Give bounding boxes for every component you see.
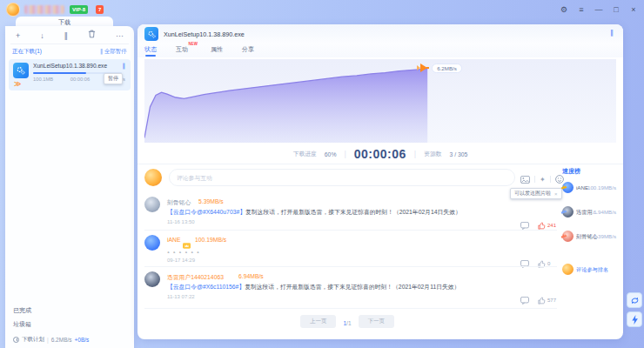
commenter-avatar bbox=[144, 197, 160, 212]
reply-icon[interactable] bbox=[520, 256, 529, 271]
comment-text: 【云盘口令@#X6440u703#】复制这段话，打开最新版迅雷，接下来见证惊喜的… bbox=[167, 208, 524, 217]
close-button[interactable]: × bbox=[627, 5, 641, 14]
main-panel: XunLeiSetup10.1.38.890.exe ∥ 状态 互动NEW 属性… bbox=[138, 24, 623, 339]
divider bbox=[138, 164, 623, 164]
vip-badge: VIP·8 bbox=[70, 5, 88, 14]
username-censored bbox=[24, 5, 64, 14]
next-page-button[interactable]: 下一页 bbox=[359, 315, 395, 328]
current-speed-marker: 6.2MB/s bbox=[417, 64, 462, 73]
image-feature-tooltip: 可以发送图片啦 × bbox=[510, 188, 562, 199]
maximize-button[interactable]: □ bbox=[609, 5, 623, 14]
leaderboard-title: 速度榜 bbox=[562, 167, 616, 176]
pause-tooltip: 暂停 bbox=[104, 73, 123, 84]
commenter-speed: 6.94MB/s bbox=[238, 273, 264, 279]
leaderboard-entry: iANE 100.19MB/s bbox=[562, 181, 616, 195]
tab-interact[interactable]: 互动NEW bbox=[176, 45, 188, 54]
rank2-speed: 6.94MB/s bbox=[594, 209, 616, 215]
sticker-icon[interactable]: ✦ bbox=[540, 176, 546, 184]
delete-button[interactable] bbox=[88, 30, 96, 42]
download-item[interactable]: XunLeiSetup10.1.38.890.exe ∥ 100.1MB 00:… bbox=[9, 59, 131, 90]
total-pages: /1 bbox=[346, 320, 351, 326]
prev-page-button[interactable]: 上一页 bbox=[300, 315, 337, 328]
speedup-icon: ≫ bbox=[14, 80, 21, 88]
comment-text: 。。。。。。 bbox=[167, 246, 524, 255]
sidebar-item-trash[interactable]: 垃圾箱 bbox=[5, 318, 134, 331]
comment-date: 11-16 13:50 bbox=[167, 219, 195, 224]
resources-label: 资源数 bbox=[424, 150, 441, 158]
rocket-icon bbox=[417, 64, 429, 72]
commenter-speed: 5.39MB/s bbox=[198, 198, 224, 204]
detail-tabs: 状态 互动NEW 属性 分享 bbox=[138, 44, 623, 57]
comment-date: 09-17 14:29 bbox=[167, 258, 195, 263]
my-avatar bbox=[144, 169, 162, 186]
commenter-name: iANE bbox=[167, 237, 181, 243]
task-pause-button[interactable]: ∥ bbox=[610, 29, 614, 37]
speed-leaderboard: 速度榜 iANE 100.19MB/s 迅雷用户… 6.94MB/s 刻骨铭心 … bbox=[562, 167, 616, 176]
exe-file-icon bbox=[13, 63, 29, 78]
progress-label: 下载进度 bbox=[293, 150, 317, 158]
comment-input[interactable] bbox=[169, 169, 515, 186]
leaderboard-entry: 刻骨铭心 5.39MB/s bbox=[562, 230, 616, 244]
commenter-name: 迅雷用户1440214063 bbox=[167, 273, 224, 282]
task-filename: XunLeiSetup10.1.38.890.exe bbox=[164, 30, 245, 38]
plan-delta: +0B/s bbox=[75, 337, 90, 343]
boost-float-button[interactable] bbox=[627, 311, 642, 327]
divider bbox=[144, 230, 557, 231]
like-button[interactable]: 241 bbox=[538, 222, 556, 230]
tab-properties[interactable]: 属性 bbox=[211, 45, 223, 54]
leaderboard-join-row: 评论参与排名 bbox=[562, 263, 616, 277]
divider bbox=[144, 308, 557, 309]
elapsed-time: 00:00:06 bbox=[354, 147, 406, 161]
menu-icon[interactable]: ≡ bbox=[574, 5, 588, 14]
refresh-float-button[interactable] bbox=[627, 292, 642, 308]
comment-date: 11-13 07:22 bbox=[167, 294, 195, 299]
like-button[interactable]: 577 bbox=[538, 297, 556, 304]
reply-icon[interactable] bbox=[520, 292, 529, 308]
sidebar-toolbar: + ↓ ∥ ··· bbox=[5, 30, 134, 42]
speed-chart: 6.2MB/s bbox=[144, 59, 616, 143]
new-task-button[interactable]: + bbox=[16, 30, 20, 42]
downloading-header: 正在下载(1) bbox=[12, 48, 42, 56]
divider bbox=[10, 44, 129, 44]
more-button[interactable]: ··· bbox=[116, 30, 124, 42]
download-plan-status[interactable]: 下载计划 | 6.2MB/s +0B/s bbox=[13, 336, 89, 344]
commenter-name: 刻骨铭心 bbox=[167, 198, 191, 207]
progress-value: 60% bbox=[325, 151, 337, 157]
plan-label: 下载计划 bbox=[22, 336, 44, 344]
tab-share[interactable]: 分享 bbox=[242, 45, 254, 54]
bolt-icon bbox=[631, 315, 639, 325]
pagination: 上一页 1/1 下一页 bbox=[138, 313, 557, 329]
commenter-speed: 100.19MB/s bbox=[195, 237, 226, 243]
my-avatar bbox=[562, 264, 574, 275]
item-pause-button[interactable]: ∥ bbox=[123, 63, 127, 70]
image-icon[interactable] bbox=[520, 171, 530, 187]
download-item-name: XunLeiSetup10.1.38.890.exe bbox=[33, 63, 118, 69]
like-count: 241 bbox=[547, 223, 556, 228]
current-speed-label: 6.2MB/s bbox=[432, 64, 462, 73]
new-badge: NEW bbox=[189, 42, 198, 46]
reply-icon[interactable] bbox=[520, 218, 529, 233]
start-all-button[interactable]: ↓ bbox=[40, 30, 44, 42]
stats-row: 下载进度 60% | 00:00:06 | 资源数 3 / 305 bbox=[138, 144, 623, 164]
commenter-avatar bbox=[144, 235, 160, 251]
join-ranking-link[interactable]: 评论参与排名 bbox=[576, 266, 608, 274]
like-count: 577 bbox=[547, 298, 556, 303]
tooltip-close-icon[interactable]: × bbox=[554, 191, 558, 197]
sidebar-item-completed[interactable]: 已完成 bbox=[5, 304, 134, 317]
task-header: XunLeiSetup10.1.38.890.exe ∥ bbox=[138, 24, 623, 44]
tab-status[interactable]: 状态 bbox=[144, 45, 157, 54]
minimize-button[interactable]: — bbox=[592, 5, 606, 14]
app-window: VIP·8 7 ⚙ ≡ — □ × 下载 + ↓ ∥ ··· 正在下载(1) ∥… bbox=[0, 0, 644, 348]
rank1-speed: 100.19MB/s bbox=[587, 184, 616, 191]
download-sidebar: + ↓ ∥ ··· 正在下载(1) ∥ 全部暂停 XunLeiSetup10.1… bbox=[5, 26, 134, 348]
speed-chart-svg bbox=[144, 59, 616, 143]
comment-text: 【云盘口令@#X6c110156#】复制这段话，打开最新版迅雷，接下来见证惊喜的… bbox=[167, 283, 524, 291]
vip-crown-badge-icon bbox=[183, 237, 191, 243]
user-avatar[interactable] bbox=[6, 3, 20, 17]
plan-clock-icon bbox=[13, 337, 19, 343]
settings-icon[interactable]: ⚙ bbox=[557, 5, 571, 14]
pause-all-button[interactable]: ∥ 全部暂停 bbox=[100, 48, 127, 56]
leaderboard-entry: 迅雷用户… 6.94MB/s bbox=[562, 205, 616, 219]
item-size: 100.1MB bbox=[33, 77, 53, 82]
pause-button[interactable]: ∥ bbox=[64, 30, 69, 42]
